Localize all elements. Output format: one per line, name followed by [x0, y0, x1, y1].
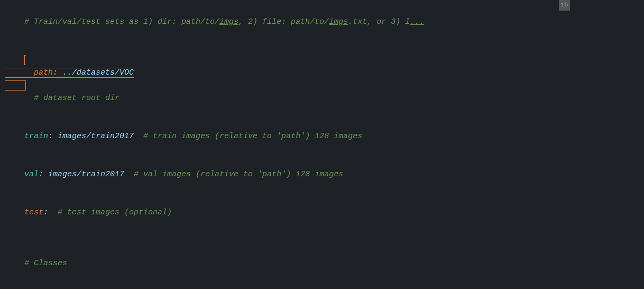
code-line-1: # Train/val/test sets as 1) dir: path/to… — [5, 3, 639, 41]
code-line-4: val: images/train2017 # val images (rela… — [5, 156, 639, 194]
code-editor: 15 # Train/val/test sets as 1) dir: path… — [0, 0, 644, 289]
val-value: images/train2017 — [48, 170, 124, 179]
line5-comment: # test images (optional) — [58, 208, 172, 217]
test-key: test — [24, 208, 43, 217]
code-line-5: test: # test images (optional) — [5, 194, 639, 232]
line4-comment: # val images (relative to 'path') 128 im… — [124, 170, 343, 179]
line1-comment: # Train/val/test sets as 1) dir: path/to… — [24, 17, 424, 26]
empty-line — [5, 232, 639, 245]
path-key: path — [34, 68, 53, 77]
code-line-7: # Classes — [5, 245, 639, 283]
line3-comment: # train images (relative to 'path') 128 … — [134, 132, 362, 141]
val-key: val — [24, 170, 39, 179]
path-highlight: path: ../datasets/VOC — [5, 55, 134, 91]
line2-comment: # dataset root dir — [24, 94, 119, 103]
train-value: images/train2017 — [58, 132, 134, 141]
classes-comment: # Classes — [24, 259, 67, 268]
path-value: ../datasets/VOC — [62, 68, 134, 77]
code-line-8: nc: 9 # number of classes — [5, 283, 639, 289]
train-key: train — [24, 132, 48, 141]
badge: 15 — [559, 0, 570, 11]
code-line-2: path: ../datasets/VOC # dataset root dir — [5, 41, 639, 118]
code-line-3: train: images/train2017 # train images (… — [5, 118, 639, 156]
